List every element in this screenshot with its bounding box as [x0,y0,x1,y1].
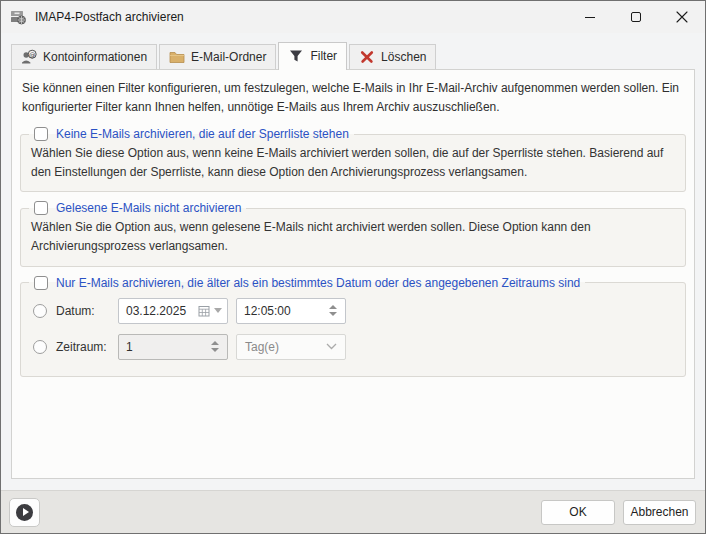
filter-tab-panel: Sie können einen Filter konfigurieren, u… [11,69,695,479]
tab-bar: @ Kontoinformationen E-Mail-Ordner Filte… [1,33,705,69]
age-filter-checkbox[interactable] [34,276,48,290]
minimize-icon [585,17,595,18]
chevron-down-icon [326,343,337,350]
tab-label: E-Mail-Ordner [191,50,266,64]
close-icon [676,11,688,23]
tab-kontoinformationen[interactable]: @ Kontoinformationen [11,44,157,69]
read-mails-checkbox[interactable] [34,201,48,215]
group-read-mails-title: Gelesene E-Mails nicht archivieren [56,201,241,215]
group-age-filter: Nur E-Mails archivieren, die älter als e… [20,276,686,377]
time-value: 12:05:00 [244,304,326,318]
date-picker-controls[interactable] [198,305,222,317]
play-button[interactable] [9,498,40,527]
group-blocklist-title: Keine E-Mails archivieren, die auf der S… [56,127,349,141]
tab-label: Filter [310,49,337,63]
period-radio[interactable] [33,340,47,354]
dialog-window: IMAP4-Postfach archivieren [0,0,706,534]
window-title: IMAP4-Postfach archivieren [35,10,184,24]
time-spinner[interactable] [326,305,340,316]
spin-down-icon [329,312,337,316]
spin-up-icon [211,341,219,345]
minimize-button[interactable] [567,1,613,33]
blocklist-checkbox[interactable] [34,127,48,141]
account-at-icon: @ [21,49,37,65]
period-unit-value: Tag(e) [245,340,326,354]
tab-email-ordner[interactable]: E-Mail-Ordner [159,44,276,69]
date-row: Datum: 03.12.2025 12:05:00 [33,298,675,324]
close-button[interactable] [659,1,705,33]
group-read-mails-description: Wählen Sie die Option aus, wenn gelesene… [27,215,639,259]
time-input[interactable]: 12:05:00 [236,298,346,324]
group-blocklist-description: Wählen Sie diese Option aus, wenn keine … [27,141,679,185]
calendar-icon [198,305,210,317]
play-icon [16,504,33,521]
tab-loeschen[interactable]: Löschen [349,44,436,69]
archive-mailbox-icon [10,9,26,25]
period-input[interactable]: 1 [118,334,228,360]
group-age-filter-header: Nur E-Mails archivieren, die älter als e… [29,276,585,290]
maximize-icon [631,12,641,22]
period-unit-select[interactable]: Tag(e) [236,334,346,360]
footer-bar: OK Abbrechen [1,490,705,533]
date-input[interactable]: 03.12.2025 [118,298,228,324]
funnel-icon [288,48,304,64]
maximize-button[interactable] [613,1,659,33]
cancel-button[interactable]: Abbrechen [623,500,696,525]
group-blocklist: Keine E-Mails archivieren, die auf der S… [20,127,686,192]
spin-up-icon [329,305,337,309]
date-radio[interactable] [33,304,47,318]
titlebar: IMAP4-Postfach archivieren [1,1,705,33]
group-read-mails-header: Gelesene E-Mails nicht archivieren [29,201,246,215]
tab-filter[interactable]: Filter [278,42,347,70]
intro-text: Sie können einen Filter konfigurieren, u… [22,79,686,116]
group-age-filter-title: Nur E-Mails archivieren, die älter als e… [56,276,580,290]
period-spinner[interactable] [208,341,222,352]
group-read-mails: Gelesene E-Mails nicht archivieren Wähle… [20,201,686,266]
caption-buttons [567,1,705,33]
date-dropdown-arrow-icon [214,308,222,313]
folder-icon [169,49,185,65]
date-value: 03.12.2025 [126,304,198,318]
ok-button[interactable]: OK [541,500,615,525]
tab-label: Löschen [381,50,426,64]
spin-down-icon [211,348,219,352]
group-blocklist-header: Keine E-Mails archivieren, die auf der S… [29,127,354,141]
period-value: 1 [126,340,208,354]
date-label: Datum: [56,304,118,318]
red-x-icon [359,49,375,65]
period-label: Zeitraum: [56,340,118,354]
period-row: Zeitraum: 1 Tag(e) [33,334,675,360]
svg-text:@: @ [29,51,36,59]
tab-label: Kontoinformationen [43,50,147,64]
